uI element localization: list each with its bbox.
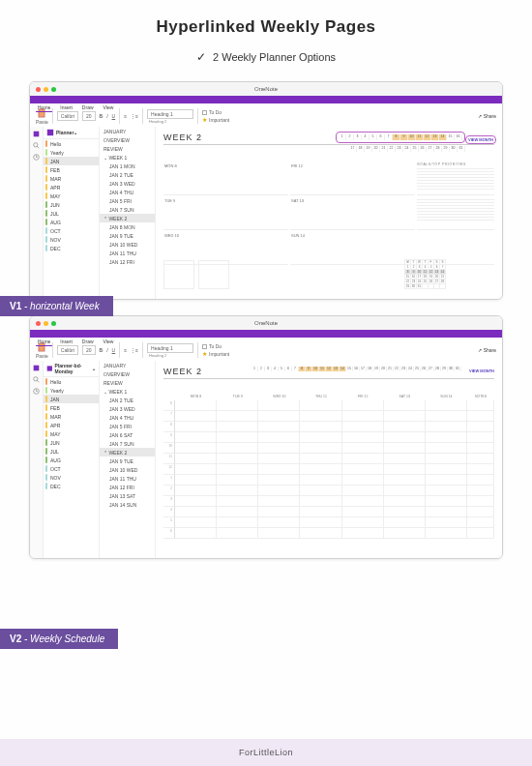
page-item[interactable]: JAN 4 THU [100,413,155,422]
schedule-cell[interactable] [426,475,467,486]
tab-view[interactable]: View [102,103,116,112]
schedule-cell[interactable] [217,422,258,432]
day-link[interactable]: 10 [408,134,416,140]
schedule-cell[interactable] [342,443,384,454]
day-navigator-row2[interactable]: 171819202122232425262728293031 [349,146,465,152]
schedule-cell[interactable] [467,517,494,528]
section-item[interactable]: FEB [44,403,99,412]
notebook-header[interactable]: Planner ⌄ [44,127,99,139]
day-link[interactable]: 9 [400,134,408,140]
day-link[interactable]: 19 [373,367,380,371]
schedule-cell[interactable] [467,454,494,464]
section-item[interactable]: JUN [44,438,99,447]
schedule-cell[interactable] [258,464,300,475]
tag-todo[interactable]: To Do [202,109,229,115]
day-link[interactable]: 30 [450,146,458,152]
day-link[interactable]: 7 [385,134,393,140]
day-link[interactable]: 14 [439,134,447,140]
day-link[interactable]: 28 [434,367,441,371]
section-item[interactable]: Yearly [44,148,99,157]
schedule-cell[interactable] [300,507,341,517]
page-item[interactable]: JAN 14 SUN [100,500,155,509]
day-link[interactable]: 21 [387,367,394,371]
schedule-cell[interactable] [217,528,258,539]
schedule-cell[interactable] [175,475,217,486]
schedule-cell[interactable] [384,507,426,517]
page-item[interactable]: JAN 5 FRI [100,196,155,205]
schedule-cell[interactable] [426,422,467,432]
schedule-cell[interactable] [467,507,494,517]
schedule-cell[interactable] [342,432,384,443]
tab-home[interactable]: Home [36,338,52,346]
view-month-link[interactable]: VIEW MONTH [467,368,496,374]
schedule-cell[interactable] [300,486,341,496]
schedule-cell[interactable] [300,422,341,432]
schedule-cell[interactable] [426,517,467,528]
tag-todo[interactable]: To Do [202,343,229,349]
notebook-icon[interactable] [33,131,40,137]
bullets-icon[interactable]: ≡ [124,347,127,353]
font-select[interactable]: Calibri [57,111,78,121]
underline-icon[interactable]: U [112,347,116,353]
fontsize-select[interactable]: 20 [82,111,96,121]
schedule-cell[interactable] [467,475,494,486]
schedule-cell[interactable] [342,517,384,528]
schedule-cell[interactable] [342,422,384,432]
page-item[interactable]: JAN 11 THU [100,249,155,257]
schedule-cell[interactable] [258,422,300,432]
day-link[interactable]: 25 [411,146,419,152]
schedule-cell[interactable] [300,411,341,422]
schedule-cell[interactable] [384,432,426,443]
schedule-cell[interactable] [384,443,426,454]
day-link[interactable]: 4 [362,134,369,140]
day-link[interactable]: 11 [416,134,424,140]
schedule-cell[interactable] [217,507,258,517]
day-link[interactable]: 5 [369,134,377,140]
schedule-cell[interactable] [426,454,467,464]
schedule-cell[interactable] [426,528,467,539]
schedule-cell[interactable] [300,443,341,454]
schedule-cell[interactable] [217,443,258,454]
page-item[interactable]: JAN 3 WED [100,404,155,413]
schedule-cell[interactable] [175,528,217,539]
italic-icon[interactable]: I [106,347,107,353]
day-link[interactable]: 29 [442,146,450,152]
section-item[interactable]: Hello [44,377,99,386]
notebook-header[interactable]: Planner-bd-Monday ⌄ [44,361,99,377]
day-link[interactable]: 16 [353,367,360,371]
tab-draw[interactable]: Draw [80,338,96,346]
schedule-cell[interactable] [258,486,300,496]
schedule-cell[interactable] [467,496,494,507]
numbering-icon[interactable]: ⋮≡ [131,347,138,353]
schedule-cell[interactable] [384,486,426,496]
schedule-cell[interactable] [175,464,217,475]
italic-icon[interactable]: I [106,113,107,119]
numbering-icon[interactable]: ⋮≡ [131,113,138,119]
schedule-cell[interactable] [384,517,426,528]
schedule-cell[interactable] [384,528,426,539]
page-item[interactable]: JAN 8 MON [100,222,155,231]
section-item[interactable]: OCT [44,464,99,473]
share-button[interactable]: ↗ Share [478,113,496,119]
day-link[interactable]: 8 [299,367,306,371]
day-navigator[interactable]: 1234567891011121314151617181920212223242… [251,367,461,371]
view-month-link[interactable]: VIEW MONTH [465,135,496,144]
schedule-cell[interactable] [342,400,384,411]
schedule-cell[interactable] [217,454,258,464]
day-link[interactable]: 8 [393,134,400,140]
day-link[interactable]: 21 [380,146,388,152]
page-item[interactable]: JAN 2 TUE [100,396,155,404]
page-item[interactable]: JAN 10 WED [100,240,155,249]
schedule-cell[interactable] [467,528,494,539]
section-item[interactable]: MAR [44,412,99,421]
schedule-cell[interactable] [342,528,384,539]
day-cell[interactable]: SAT 13 [290,197,415,230]
section-item[interactable]: APR [44,421,99,429]
traffic-lights[interactable] [36,87,56,92]
day-link[interactable]: 18 [367,367,373,371]
day-link[interactable]: 20 [380,367,387,371]
schedule-cell[interactable] [342,507,384,517]
day-link[interactable]: 16 [455,134,462,140]
day-link[interactable]: 13 [431,134,439,140]
page-item[interactable]: JAN 9 TUE [100,457,155,465]
